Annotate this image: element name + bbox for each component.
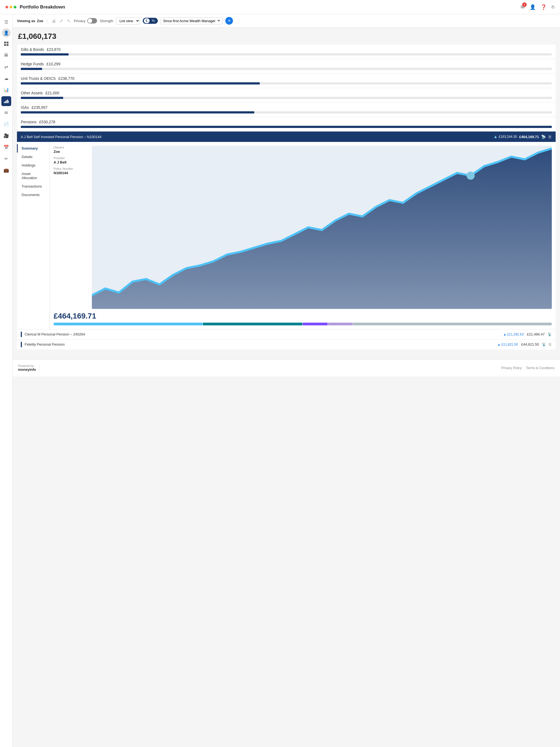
privacy-toggle[interactable] bbox=[87, 18, 97, 24]
sidebar-item-portfolio[interactable] bbox=[1, 96, 11, 106]
tab-summary[interactable]: Summary bbox=[17, 144, 50, 153]
terms-link[interactable]: Terms & Conditions bbox=[526, 366, 555, 370]
asset-bar-fill-gilts bbox=[21, 53, 69, 55]
mail-button[interactable]: ✉ 3 bbox=[520, 4, 525, 10]
sidebar-item-transfers[interactable]: ⇄ bbox=[1, 62, 11, 72]
asset-bar-fill-other bbox=[21, 97, 63, 99]
tab-details[interactable]: Details bbox=[17, 153, 50, 161]
sidebar-item-bank[interactable]: 🏛 bbox=[1, 50, 11, 60]
asset-row-pensions: Pensions £530,278 bbox=[17, 117, 556, 131]
privacy-policy-link[interactable]: Privacy Policy bbox=[501, 366, 522, 370]
asset-header-other: Other Assets £21,000 bbox=[21, 91, 552, 95]
top-bar-right: ✉ 3 👤 ❓ ⎋ bbox=[520, 4, 555, 10]
pension-policy-field: Policy Number N100144 bbox=[54, 167, 89, 175]
powered-by-label: Powered by bbox=[18, 364, 36, 367]
delete-icon[interactable]: 🗑 bbox=[548, 134, 552, 139]
minimize-dot[interactable] bbox=[9, 6, 12, 8]
total-value: £1,060,173 bbox=[17, 32, 556, 41]
footer-powered-text: Powered by moneyinfo bbox=[18, 364, 36, 371]
currency-pound[interactable]: £ bbox=[144, 18, 150, 23]
maximize-dot[interactable] bbox=[14, 6, 17, 8]
footer-brand-name: moneyinfo bbox=[18, 367, 36, 371]
alloc-seg-5 bbox=[353, 323, 552, 325]
alloc-seg-4 bbox=[328, 323, 353, 325]
add-button[interactable]: + bbox=[225, 17, 233, 25]
strength-label: Strength bbox=[100, 19, 113, 23]
asset-header-pensions: Pensions £530,278 bbox=[21, 120, 552, 124]
svg-rect-6 bbox=[6, 100, 7, 103]
tab-transactions[interactable]: Transactions bbox=[17, 182, 50, 190]
pension-header-icons: 📡 🗑 bbox=[541, 134, 552, 139]
policy-value: N100144 bbox=[54, 171, 89, 175]
policy-label: Policy Number bbox=[54, 167, 89, 170]
tab-asset-allocation[interactable]: Asset Allocation bbox=[17, 170, 50, 182]
asset-header-gilts: Gilts & Bonds £23,870 bbox=[21, 47, 552, 52]
pension-chart-area bbox=[89, 146, 552, 309]
close-dot[interactable] bbox=[5, 6, 8, 8]
sub-account-gain-fidelity: ▲ £11,821.50 bbox=[498, 343, 518, 346]
expand-button[interactable]: ⤢ bbox=[59, 18, 64, 24]
sidebar-avatar[interactable]: 👤 bbox=[2, 28, 11, 37]
pension-summary-layout: Owners Zoe Provider A J Bell Policy Numb… bbox=[54, 146, 552, 309]
logout-button[interactable]: ⎋ bbox=[552, 4, 555, 10]
sub-account-icons-clerical: 📡 bbox=[548, 332, 552, 336]
sidebar-item-dashboard[interactable] bbox=[1, 39, 11, 49]
top-bar: Portfolio Breakdown ✉ 3 👤 ❓ ⎋ bbox=[0, 0, 560, 14]
help-button[interactable]: ❓ bbox=[541, 4, 546, 10]
pension-title[interactable]: A J Bell Self Invested Personal Pension … bbox=[21, 135, 491, 139]
sub-account-fidelity: Fidelity Personal Pension ▲ £11,821.50 £… bbox=[17, 339, 556, 350]
sidebar: ☰ 👤 🏛 ⇄ ☁ 📊 ✉ 📄 🎥 📅 ✏ 💼 bbox=[0, 14, 12, 747]
footer: Powered by moneyinfo Privacy Policy Term… bbox=[12, 359, 560, 377]
pension-gain: £163,244.30 bbox=[499, 135, 517, 138]
asset-name-hedge: Hedge Funds bbox=[21, 62, 44, 66]
sub-account-bar-clerical bbox=[21, 332, 22, 337]
pension-owners-field: Owners Zoe bbox=[54, 146, 89, 154]
asset-bar-track-hedge bbox=[21, 68, 552, 70]
privacy-toggle-group: Privacy bbox=[74, 18, 97, 24]
toolbar: Viewing as Zoe 🖨 ⤢ ⤡ Privacy Strength Li… bbox=[12, 14, 560, 28]
sidebar-item-video[interactable]: 🎥 bbox=[1, 131, 11, 140]
sidebar-item-briefcase[interactable]: 💼 bbox=[1, 165, 11, 175]
asset-header-unit-trusts: Unit Trusts & OEICS £238,770 bbox=[21, 76, 552, 81]
sidebar-item-edit[interactable]: ✏ bbox=[1, 154, 11, 163]
currency-percent[interactable]: % bbox=[150, 18, 157, 23]
sub-account-name-fidelity: Fidelity Personal Pension bbox=[25, 342, 498, 346]
svg-rect-1 bbox=[6, 42, 8, 44]
sidebar-item-documents[interactable]: 📄 bbox=[1, 119, 11, 129]
tab-documents[interactable]: Documents bbox=[17, 190, 50, 199]
asset-bar-fill-hedge bbox=[21, 68, 42, 70]
sidebar-item-calendar[interactable]: 📅 bbox=[1, 142, 11, 152]
provider-label: Provider bbox=[54, 156, 89, 160]
gain-arrow-clerical: ▲ bbox=[503, 333, 506, 336]
pension-header-value: £464,169.71 bbox=[519, 135, 539, 139]
asset-value-pensions: £530,278 bbox=[40, 120, 55, 124]
sidebar-item-menu[interactable]: ☰ bbox=[1, 17, 11, 27]
sidebar-item-reports[interactable]: 📊 bbox=[1, 85, 11, 95]
portfolio-content: £1,060,173 Gilts & Bonds £23,870 Hedge F… bbox=[12, 28, 560, 354]
expanded-pension-section: A J Bell Self Invested Personal Pension … bbox=[17, 131, 556, 350]
sidebar-item-messages[interactable]: ✉ bbox=[1, 108, 11, 118]
asset-value-isas: £235,957 bbox=[32, 105, 48, 110]
view-select[interactable]: List view bbox=[116, 17, 140, 25]
owners-value: Zoe bbox=[54, 150, 89, 154]
pension-fields: Owners Zoe Provider A J Bell Policy Numb… bbox=[54, 146, 89, 309]
alloc-seg-2 bbox=[203, 323, 302, 325]
feed-icon[interactable]: 📡 bbox=[541, 134, 546, 139]
sidebar-item-cloud[interactable]: ☁ bbox=[1, 73, 11, 83]
profile-button[interactable]: 👤 bbox=[530, 4, 536, 10]
pension-gain-group: ▲ £163,244.30 bbox=[493, 134, 517, 139]
tab-holdings[interactable]: Holdings bbox=[17, 161, 50, 170]
feed-icon-clerical[interactable]: 📡 bbox=[548, 332, 552, 336]
asset-bar-track-pensions bbox=[21, 126, 552, 128]
main-content: Viewing as Zoe 🖨 ⤢ ⤡ Privacy Strength Li… bbox=[12, 14, 560, 747]
asset-name-unit-trusts: Unit Trusts & OEICS bbox=[21, 76, 56, 81]
print-button[interactable]: 🖨 bbox=[51, 18, 56, 24]
svg-rect-3 bbox=[6, 44, 8, 46]
delete-icon-fidelity[interactable]: 🗑 bbox=[548, 342, 552, 346]
fullscreen-button[interactable]: ⤡ bbox=[67, 18, 71, 24]
alloc-seg-1 bbox=[54, 323, 203, 325]
period-select[interactable]: Since first Acme Wealth Manager bbox=[160, 18, 223, 24]
pension-detail: Summary Details Holdings Asset Allocatio… bbox=[17, 142, 556, 329]
asset-bar-fill-pensions bbox=[21, 126, 552, 128]
feed-icon-fidelity[interactable]: 📡 bbox=[542, 342, 546, 346]
